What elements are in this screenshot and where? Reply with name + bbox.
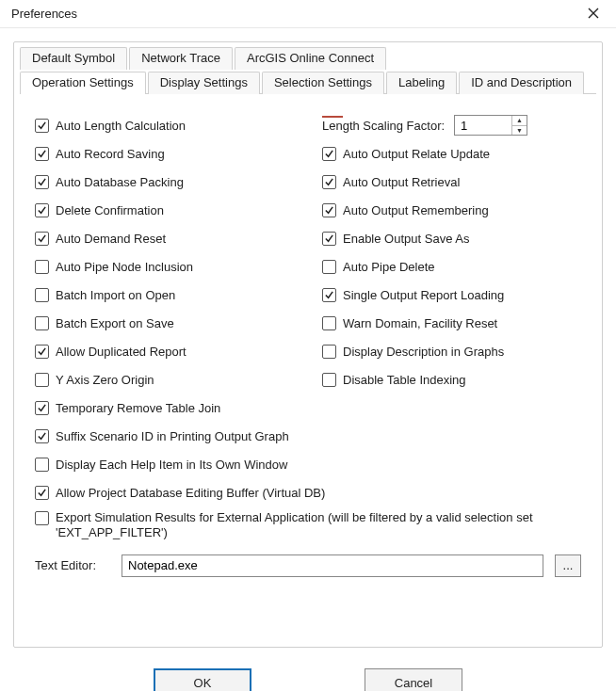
operation-settings-panel: Auto Length CalculationAuto Record Savin… — [14, 94, 602, 587]
checkbox-label: Allow Project Database Editing Buffer (V… — [56, 486, 325, 500]
titlebar: Preferences — [0, 0, 616, 28]
tab-default-symbol[interactable]: Default Symbol — [20, 47, 127, 70]
checkbox-label: Auto Output Relate Update — [343, 147, 490, 161]
option-row: Display Each Help Item in Its Own Window — [35, 450, 581, 478]
spinner-down-icon[interactable]: ▼ — [512, 126, 527, 136]
checkbox-full-4[interactable] — [35, 511, 49, 525]
checkbox-label: Y Axis Zero Origin — [56, 373, 154, 387]
option-row: Allow Duplicated Report — [35, 337, 294, 365]
preferences-frame: Default SymbolNetwork TraceArcGIS Online… — [13, 41, 603, 648]
checkbox-left-4[interactable] — [35, 232, 49, 246]
checkbox-label: Single Output Report Loading — [343, 288, 504, 302]
checkbox-label: Auto Database Packing — [56, 175, 184, 189]
length-scaling-input[interactable] — [455, 116, 511, 135]
ok-button[interactable]: OK — [154, 668, 251, 691]
tab-labeling[interactable]: Labeling — [386, 72, 457, 94]
option-row: Temporary Remove Table Join — [35, 394, 581, 422]
checkbox-label: Display Each Help Item in Its Own Window — [56, 458, 287, 472]
checkbox-label: Auto Record Saving — [56, 147, 165, 161]
checkbox-left-7[interactable] — [35, 316, 49, 330]
text-editor-label: Text Editor: — [35, 558, 110, 572]
checkbox-label: Delete Confirmation — [56, 203, 164, 217]
option-row: Auto Pipe Delete — [322, 252, 581, 281]
checkbox-label: Auto Output Remembering — [343, 203, 489, 217]
checkbox-label: Disable Table Indexing — [343, 373, 466, 387]
checkbox-label: Warn Domain, Facility Reset — [343, 316, 497, 330]
tab-selection-settings[interactable]: Selection Settings — [262, 72, 384, 94]
option-row: Allow Project Database Editing Buffer (V… — [35, 478, 581, 506]
option-row: Warn Domain, Facility Reset — [322, 309, 581, 337]
checkbox-left-3[interactable] — [35, 203, 49, 217]
text-editor-input[interactable] — [122, 554, 543, 577]
option-row: Single Output Report Loading — [322, 281, 581, 309]
checkbox-label: Allow Duplicated Report — [56, 345, 186, 359]
checkbox-label: Suffix Scenario ID in Printing Output Gr… — [56, 429, 289, 443]
checkbox-right-2[interactable] — [322, 203, 336, 217]
option-row: Export Simulation Results for External A… — [35, 506, 581, 545]
checkbox-left-5[interactable] — [35, 260, 49, 274]
option-row: Auto Output Remembering — [322, 196, 581, 224]
dialog-buttons: OK Cancel — [0, 668, 616, 691]
checkbox-left-6[interactable] — [35, 288, 49, 302]
checkbox-right-8[interactable] — [322, 373, 336, 387]
checkbox-label: Auto Length Calculation — [56, 119, 186, 133]
option-row: Display Description in Graphs — [322, 337, 581, 365]
option-row: Disable Table Indexing — [322, 365, 581, 394]
option-row: Auto Database Packing — [35, 168, 294, 196]
checkbox-label: Export Simulation Results for External A… — [56, 510, 581, 541]
checkbox-label: Batch Import on Open — [56, 288, 175, 302]
close-icon[interactable] — [580, 2, 607, 25]
length-scaling-row: Length Scaling Factor:▲▼ — [322, 111, 581, 139]
checkbox-right-6[interactable] — [322, 316, 336, 330]
option-row: Batch Import on Open — [35, 281, 294, 309]
option-row: Auto Pipe Node Inclusion — [35, 252, 294, 281]
checkbox-right-0[interactable] — [322, 147, 336, 161]
window-title: Preferences — [11, 7, 77, 21]
checkbox-label: Auto Pipe Delete — [343, 260, 435, 274]
option-row: Auto Output Retrieval — [322, 168, 581, 196]
option-row: Delete Confirmation — [35, 196, 294, 224]
length-scaling-spinner[interactable]: ▲▼ — [454, 115, 527, 136]
checkbox-full-2[interactable] — [35, 458, 49, 472]
checkbox-label: Auto Demand Reset — [56, 232, 166, 246]
option-row: Auto Output Relate Update — [322, 139, 581, 168]
tab-network-trace[interactable]: Network Trace — [129, 47, 233, 70]
checkbox-right-7[interactable] — [322, 345, 336, 359]
tab-operation-settings[interactable]: Operation Settings — [20, 72, 146, 94]
checkbox-left-0[interactable] — [35, 119, 49, 133]
tab-display-settings[interactable]: Display Settings — [148, 72, 260, 94]
checkbox-left-1[interactable] — [35, 147, 49, 161]
spinner-up-icon[interactable]: ▲ — [512, 116, 527, 126]
checkbox-label: Enable Output Save As — [343, 232, 469, 246]
checkbox-full-3[interactable] — [35, 486, 49, 500]
option-row: Auto Demand Reset — [35, 224, 294, 252]
checkbox-label: Auto Output Retrieval — [343, 175, 460, 189]
checkbox-label: Auto Pipe Node Inclusion — [56, 260, 193, 274]
checkbox-left-2[interactable] — [35, 175, 49, 189]
option-row: Y Axis Zero Origin — [35, 365, 294, 394]
checkbox-full-0[interactable] — [35, 401, 49, 415]
option-row: Enable Output Save As — [322, 224, 581, 252]
checkbox-label: Display Description in Graphs — [343, 345, 504, 359]
tab-strip: Default SymbolNetwork TraceArcGIS Online… — [14, 42, 602, 93]
checkbox-right-1[interactable] — [322, 175, 336, 189]
tab-arcgis-online-connect[interactable]: ArcGIS Online Connect — [235, 47, 386, 70]
checkbox-left-9[interactable] — [35, 373, 49, 387]
checkbox-right-3[interactable] — [322, 232, 336, 246]
checkbox-right-5[interactable] — [322, 288, 336, 302]
tab-id-and-description[interactable]: ID and Description — [459, 72, 584, 94]
cancel-button[interactable]: Cancel — [365, 668, 462, 691]
text-editor-row: Text Editor: ... — [35, 554, 581, 577]
option-row: Auto Length Calculation — [35, 111, 294, 139]
browse-button[interactable]: ... — [555, 554, 581, 577]
option-row: Batch Export on Save — [35, 309, 294, 337]
option-row: Suffix Scenario ID in Printing Output Gr… — [35, 422, 581, 450]
checkbox-label: Batch Export on Save — [56, 316, 174, 330]
checkbox-left-8[interactable] — [35, 345, 49, 359]
option-row: Auto Record Saving — [35, 139, 294, 168]
checkbox-full-1[interactable] — [35, 429, 49, 443]
checkbox-right-4[interactable] — [322, 260, 336, 274]
checkbox-label: Temporary Remove Table Join — [56, 401, 220, 415]
length-scaling-label: Length Scaling Factor: — [322, 119, 445, 133]
